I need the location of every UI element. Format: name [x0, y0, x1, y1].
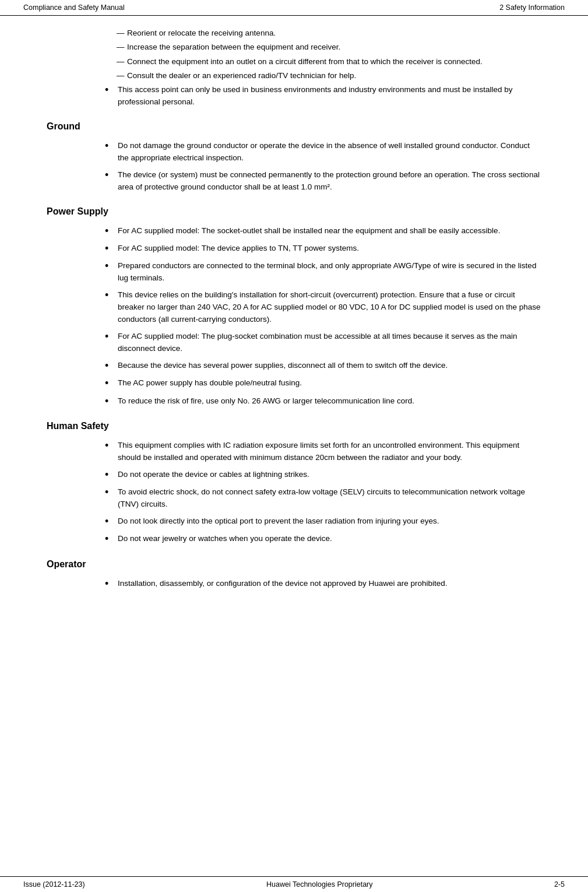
- bullet-item: • The AC power supply has double pole/ne…: [105, 377, 541, 390]
- section-title-operator: Operator: [47, 559, 541, 570]
- bullet-char: •: [105, 359, 118, 373]
- bullet-item: • For AC supplied model: The socket-outl…: [105, 225, 541, 238]
- bullet-char: •: [105, 515, 118, 528]
- bullet-text: Do not look directly into the optical po…: [118, 515, 541, 528]
- page-header: Compliance and Safety Manual 2 Safety In…: [0, 0, 588, 16]
- bullet-char: •: [105, 139, 118, 164]
- dash-text: Reorient or relocate the receiving anten…: [127, 27, 541, 39]
- bullet-item: • This equipment complies with IC radiat…: [105, 440, 541, 464]
- dash-text: Connect the equipment into an outlet on …: [127, 56, 541, 68]
- dash-text: Increase the separation between the equi…: [127, 41, 541, 53]
- bullet-text: This device relies on the building's ins…: [118, 289, 541, 326]
- header-left: Compliance and Safety Manual: [23, 3, 125, 12]
- section-title-ground: Ground: [47, 121, 541, 132]
- bullet-item: • To avoid electric shock, do not connec…: [105, 486, 541, 511]
- page-content: — Reorient or relocate the receiving ant…: [0, 22, 588, 869]
- bullet-item: • Because the device has several power s…: [105, 360, 541, 373]
- bullet-text: For AC supplied model: The socket-outlet…: [118, 225, 541, 238]
- dash-char: —: [117, 27, 127, 39]
- dash-item: — Connect the equipment into an outlet o…: [117, 56, 541, 68]
- bullet-char: •: [105, 377, 118, 390]
- bullet-char: •: [105, 83, 118, 108]
- power-supply-bullet-list: • For AC supplied model: The socket-outl…: [105, 225, 541, 408]
- bullet-item: • Do not operate the device or cables at…: [105, 469, 541, 482]
- bullet-item: • This device relies on the building's i…: [105, 289, 541, 326]
- bullet-text: Do not damage the ground conductor or op…: [118, 140, 541, 164]
- footer-issue: Issue (2012-11-23): [23, 880, 85, 889]
- section-title-power-supply: Power Supply: [47, 206, 541, 217]
- bullet-text: Do not operate the device or cables at l…: [118, 469, 541, 482]
- bullet-text: For AC supplied model: The device applie…: [118, 243, 541, 255]
- bullet-item: • The device (or system) must be connect…: [105, 169, 541, 194]
- bullet-char: •: [105, 259, 118, 285]
- bullet-char: •: [105, 330, 118, 355]
- operator-bullet-list: • Installation, disassembly, or configur…: [105, 578, 541, 591]
- ground-bullet-list: • Do not damage the ground conductor or …: [105, 140, 541, 194]
- bullet-item: • This access point can only be used in …: [105, 84, 541, 108]
- dash-item: — Reorient or relocate the receiving ant…: [117, 27, 541, 39]
- bullet-text: To avoid electric shock, do not connect …: [118, 486, 541, 511]
- bullet-text: To reduce the risk of fire, use only No.…: [118, 395, 541, 408]
- bullet-item: • To reduce the risk of fire, use only N…: [105, 395, 541, 408]
- bullet-char: •: [105, 486, 118, 511]
- dash-char: —: [117, 41, 127, 53]
- bullet-text: The device (or system) must be connected…: [118, 169, 541, 194]
- bullet-text: Because the device has several power sup…: [118, 360, 541, 373]
- section-title-human-safety: Human Safety: [47, 421, 541, 431]
- bullet-char: •: [105, 168, 118, 194]
- bullet-text: This access point can only be used in bu…: [118, 84, 541, 108]
- dash-char: —: [117, 70, 127, 82]
- bullet-item: • Installation, disassembly, or configur…: [105, 578, 541, 591]
- page: Compliance and Safety Manual 2 Safety In…: [0, 0, 588, 892]
- bullet-text: Installation, disassembly, or configurat…: [118, 578, 541, 591]
- bullet-text: The AC power supply has double pole/neut…: [118, 377, 541, 390]
- bullet-char: •: [105, 468, 118, 482]
- bullet-item: • Do not damage the ground conductor or …: [105, 140, 541, 164]
- bullet-char: •: [105, 439, 118, 464]
- bullet-item: • Prepared conductors are connected to t…: [105, 260, 541, 285]
- bullet-item: • For AC supplied model: The device appl…: [105, 243, 541, 255]
- bullet-char: •: [105, 224, 118, 238]
- bullet-item: • Do not look directly into the optical …: [105, 515, 541, 528]
- bullet-char: •: [105, 532, 118, 546]
- dash-item: — Consult the dealer or an experienced r…: [117, 70, 541, 82]
- bullet-char: •: [105, 289, 118, 326]
- bullet-char: •: [105, 395, 118, 408]
- header-right: 2 Safety Information: [499, 3, 565, 12]
- dash-item: — Increase the separation between the eq…: [117, 41, 541, 53]
- dash-items-block: — Reorient or relocate the receiving ant…: [117, 27, 541, 82]
- page-footer: Issue (2012-11-23) Huawei Technologies P…: [0, 876, 588, 892]
- dash-char: —: [117, 56, 127, 68]
- bullet-text: For AC supplied model: The plug-socket c…: [118, 331, 541, 355]
- human-safety-bullet-list: • This equipment complies with IC radiat…: [105, 440, 541, 546]
- bullet-char: •: [105, 577, 118, 591]
- bullet-text: Prepared conductors are connected to the…: [118, 260, 541, 285]
- bullet-item: • For AC supplied model: The plug-socket…: [105, 331, 541, 355]
- footer-page-number: 2-5: [554, 880, 565, 889]
- bullet-char: •: [105, 242, 118, 255]
- bullet-item: • Do not wear jewelry or watches when yo…: [105, 533, 541, 546]
- dash-text: Consult the dealer or an experienced rad…: [127, 70, 541, 82]
- footer-company: Huawei Technologies Proprietary: [85, 880, 554, 889]
- bullet-text: This equipment complies with IC radiatio…: [118, 440, 541, 464]
- bullet-text: Do not wear jewelry or watches when you …: [118, 533, 541, 546]
- access-point-bullet-list: • This access point can only be used in …: [105, 84, 541, 108]
